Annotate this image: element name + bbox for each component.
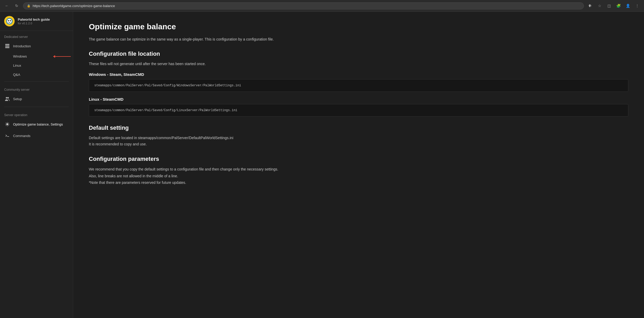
qa-label: Q&A: [13, 73, 69, 77]
default-setting-line-1: Default settings are located in steamapp…: [89, 135, 628, 141]
read-aloud-button[interactable]: 🗣: [587, 2, 594, 9]
section-label-community: Community server: [0, 84, 73, 93]
site-logo: [4, 16, 15, 26]
config-params-line-2: Also, line breaks are not allowed in the…: [89, 173, 628, 179]
section-title-default: Default setting: [89, 124, 628, 131]
section-subtitle-config: These files will not generate until afte…: [89, 61, 628, 67]
code-block-linux: steamapps/common/PalServer/Pal/Saved/Con…: [89, 104, 628, 117]
config-params-line-1: We recommend that you copy the default s…: [89, 166, 628, 173]
sidebar-divider-2: [4, 107, 69, 107]
section-title-config: Configuration file location: [89, 50, 628, 57]
section-title-params: Configuration parameters: [89, 156, 628, 162]
svg-rect-6: [5, 46, 9, 47]
section-config-file-location: Configuration file location These files …: [89, 50, 628, 116]
sidebar-item-windows[interactable]: Windows: [0, 52, 73, 61]
commands-label: Commands: [13, 134, 69, 138]
svg-point-4: [10, 20, 11, 21]
config-params-line-3: *Note that there are parameters reserved…: [89, 179, 628, 186]
browser-chrome: ← ↻ 🔒 https://tech.palworldgame.com/opti…: [0, 0, 644, 12]
favorites-button[interactable]: ☆: [596, 2, 603, 9]
profile-button[interactable]: 👤: [624, 2, 631, 9]
arrow-line: [55, 56, 71, 57]
optimize-label: Optimize game balance, Settings: [13, 122, 69, 126]
arrow-head-icon: [53, 55, 55, 58]
sidebar: Palworld tech guide for v0.1.2.0 Dedicat…: [0, 12, 73, 318]
sidebar-title-block: Palworld tech guide for v0.1.2.0: [18, 18, 50, 25]
sidebar-divider-1: [4, 81, 69, 82]
config-params-body: We recommend that you copy the default s…: [89, 166, 628, 186]
subsection-title-windows: Windows - Steam, SteamCMD: [89, 72, 628, 77]
section-default-setting: Default setting Default settings are loc…: [89, 124, 628, 147]
sidebar-item-commands[interactable]: Commands: [0, 130, 73, 141]
refresh-button[interactable]: ↻: [13, 2, 20, 9]
lock-icon: 🔒: [27, 4, 31, 8]
back-button[interactable]: ←: [3, 2, 10, 9]
page-intro: The game balance can be optimize in the …: [89, 36, 628, 42]
community-icon: [4, 96, 10, 102]
svg-point-8: [6, 97, 7, 99]
svg-point-3: [8, 20, 9, 21]
page-title: Optimize game balance: [89, 22, 628, 31]
split-screen-button[interactable]: ◫: [605, 2, 613, 9]
sidebar-item-introduction[interactable]: Introduction: [0, 40, 73, 52]
terminal-icon: [4, 133, 10, 139]
sidebar-item-optimize[interactable]: Optimize game balance, Settings: [0, 118, 73, 130]
svg-rect-5: [5, 44, 9, 45]
app-body: Palworld tech guide for v0.1.2.0 Dedicat…: [0, 12, 644, 318]
svg-rect-7: [5, 47, 9, 48]
section-label-server-operation: Server operation: [0, 109, 73, 118]
linux-label: Linux: [13, 64, 69, 67]
site-version: for v0.1.2.0: [18, 22, 50, 25]
extensions-button[interactable]: 🧩: [615, 2, 622, 9]
introduction-label: Introduction: [13, 44, 69, 48]
sidebar-section-server-operation: Server operation Optimize game balance, …: [0, 109, 73, 141]
main-content: Optimize game balance The game balance c…: [73, 12, 644, 318]
arrow-annotation: [53, 55, 71, 58]
sidebar-item-setup[interactable]: Setup: [0, 93, 73, 105]
sidebar-item-linux[interactable]: Linux: [0, 61, 73, 70]
subsection-title-linux: Linux - SteamCMD: [89, 97, 628, 101]
menu-button[interactable]: ⋮: [634, 2, 641, 9]
setup-label: Setup: [13, 97, 69, 101]
section-config-params: Configuration parameters We recommend th…: [89, 156, 628, 186]
sidebar-section-community: Community server Setup: [0, 84, 73, 105]
address-bar[interactable]: 🔒 https://tech.palworldgame.com/optimize…: [23, 2, 584, 9]
url-text: https://tech.palworldgame.com/optimize-g…: [33, 4, 115, 8]
default-setting-body: Default settings are located in steamapp…: [89, 135, 628, 147]
browser-actions: 🗣 ☆ ◫ 🧩 👤 ⋮: [587, 2, 641, 9]
site-title: Palworld tech guide: [18, 18, 50, 22]
sidebar-item-qa[interactable]: Q&A: [0, 70, 73, 79]
section-label-dedicated: Dedicated server: [0, 31, 73, 40]
server-icon: [4, 43, 10, 49]
sidebar-header: Palworld tech guide for v0.1.2.0: [0, 12, 73, 31]
svg-point-2: [7, 19, 12, 24]
default-setting-line-2: It is recommended to copy and use.: [89, 141, 628, 147]
logo-icon: [5, 16, 14, 26]
gear-icon: [4, 121, 10, 127]
code-block-windows: steamapps/common/PalServer/Pal/Saved/Con…: [89, 79, 628, 92]
sidebar-section-dedicated: Dedicated server Introduction Windows: [0, 31, 73, 79]
svg-point-9: [7, 97, 9, 99]
svg-point-10: [7, 124, 8, 125]
